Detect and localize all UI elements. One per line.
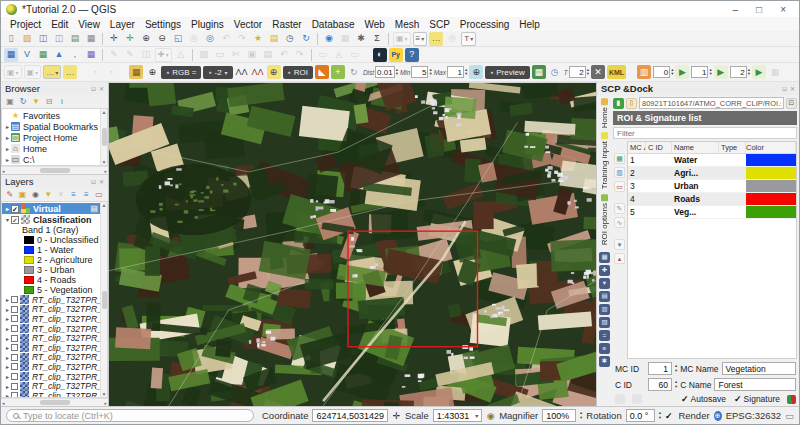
add-group-icon[interactable]: ▣ [17,189,29,201]
scp-preview-size-value[interactable]: 2 [569,66,586,78]
scp-rows-spinner[interactable]: ▴▾ [709,68,711,77]
crs-globe-icon[interactable]: ⊕ [714,411,722,421]
scp-preview-redo-icon[interactable]: ◷ [548,65,562,79]
scp-roi-pointer-icon[interactable]: + [331,65,345,79]
filter-browser-icon[interactable]: ▼ [30,96,42,108]
expand-arrow-icon[interactable]: ▸ [4,205,11,212]
layer-item-rt-clip[interactable]: ▸RT_clip_T32TPR_ [2,314,100,324]
menu-web[interactable]: Web [359,19,389,30]
expand-arrow-icon[interactable]: ▸ [4,134,11,141]
menu-database[interactable]: Database [307,19,360,30]
zoom-out-icon[interactable]: ⊖ [155,32,169,46]
scp-step-1-icon[interactable]: ▶ [675,65,689,79]
layers-hscrollbar[interactable]: ◂▸ [1,398,108,406]
layer-item-rt-clip[interactable]: ▸RT_clip_T32TPR_ [2,372,100,382]
show-bookmarks-icon[interactable]: ▤ [267,32,281,46]
browser-item-c-[interactable]: ▸▭C:\ [2,154,100,165]
expand-arrow-icon[interactable]: ▸ [4,392,11,398]
refresh-map-icon[interactable]: ↻ [299,32,313,46]
rotation-spinner[interactable]: ▴▾ [659,411,661,420]
python-console-icon[interactable]: Py [389,48,403,62]
scp-transparency[interactable]: 0▴▾ [653,66,673,78]
collapse-arrow-icon[interactable]: ▾ [4,216,11,223]
collapse-all-layers-icon[interactable]: ≡ [81,189,93,201]
menu-edit[interactable]: Edit [46,19,73,30]
settings-icon[interactable]: ✱ [599,356,610,367]
scp-classification-style-icon[interactable]: ▥ [637,65,651,79]
scp-export-icon[interactable]: ⊡ [786,98,797,109]
layer-checkbox[interactable] [11,392,18,398]
label-balloon-combo[interactable]: …▾ [43,65,61,79]
delete-signatures-icon[interactable]: ▭ [614,181,625,192]
menu-scp[interactable]: SCP [424,19,455,30]
layer-item-virtual[interactable]: ▸✓Virtual▤ [2,203,100,214]
layers-vscrollbar[interactable]: ▲▼ [100,202,107,397]
signature-row-veg[interactable]: 5Veg... [628,206,796,219]
preprocessing-icon[interactable]: ▤ [599,291,610,302]
layer-item-rt-clip[interactable]: ▸RT_clip_T32TPR_ [2,295,100,305]
layer-item-rt-clip[interactable]: ▸RT_clip_T32TPR_ [2,324,100,334]
layer-checkbox[interactable] [11,363,18,370]
scp-min-value[interactable]: 5 [411,66,428,78]
options-icon[interactable]: ✱ [354,32,368,46]
collapse-all-icon[interactable]: ⊟ [43,96,55,108]
menu-raster[interactable]: Raster [267,19,306,30]
menu-layer[interactable]: Layer [105,19,140,30]
scp-transparency-spinner[interactable]: ▴▾ [671,68,673,77]
band-processing-icon[interactable]: ▥ [599,304,610,315]
layer-item-rt-clip[interactable]: ▸RT_clip_T32TPR_ [2,333,100,343]
layers-close-icon[interactable]: ✕ [99,178,104,185]
browser-properties-icon[interactable]: i [56,96,68,108]
messages-icon[interactable]: ▭ [785,410,794,421]
expand-arrow-icon[interactable]: ▸ [4,354,11,361]
refresh-browser-icon[interactable]: ↻ [17,96,29,108]
scp-step-3-icon[interactable]: ▶ [752,65,766,79]
menu-plugins[interactable]: Plugins [186,19,229,30]
data-source-manager-icon[interactable]: ▦ [4,48,18,62]
signature-color-swatch[interactable] [746,180,796,192]
close-button[interactable]: × [780,4,786,15]
menu-project[interactable]: Project [5,19,46,30]
zoom-in-icon[interactable]: ⊕ [139,32,153,46]
scp-zoom-stretch-icon[interactable]: ⊕ [145,65,159,79]
merge-signatures-icon[interactable]: ▦ [614,153,625,164]
scp-max[interactable]: Max1▴▾ [434,66,468,78]
render-checkbox[interactable]: ✓ [665,411,673,421]
browser-hscrollbar[interactable]: ◂▸ [1,166,108,174]
postprocessing-icon[interactable]: ▨ [599,317,610,328]
add-delimited-text-layer-icon[interactable]: , [68,48,82,62]
signature-row-roads[interactable]: 4Roads [628,193,796,206]
scp-rows-value[interactable]: 1 [691,66,708,78]
scale-combo[interactable]: 1:43031▾ [433,409,483,422]
scp-new-training-icon[interactable]: ▮ [613,98,624,109]
scp-open-training-icon[interactable]: ▯ [626,98,637,109]
signature-row-agri[interactable]: 2Agri... [628,167,796,180]
column-header-c-id[interactable]: C ID [646,142,672,153]
expand-arrow-icon[interactable]: ▸ [4,344,11,351]
signature-color-swatch[interactable] [746,154,796,166]
expand-arrow-icon[interactable]: ▸ [4,373,11,380]
expand-arrow-icon[interactable]: ▸ [4,315,11,322]
browser-item-spatial-bookmarks[interactable]: ▸▤Spatial Bookmarks [2,121,100,132]
expand-arrow-icon[interactable]: ▸ [4,156,11,163]
browser-close-icon[interactable]: ✕ [99,85,104,92]
layer-checkbox[interactable] [11,344,18,351]
save-project-icon[interactable]: ◫ [36,32,50,46]
c-id-field[interactable]: 60 [648,378,672,391]
layer-item-classification[interactable]: ▾✓Classification [2,214,100,225]
signature-plot-icon[interactable]: ∿ [614,217,625,228]
expand-arrow-icon[interactable]: ▸ [4,296,11,303]
measure-combo[interactable]: ≡▾ [413,32,428,46]
magnifier-field[interactable]: 100% [542,409,576,422]
epsg-status[interactable]: EPSG:32632 [726,410,781,421]
scp-min-spinner[interactable]: ▴▾ [429,68,431,77]
scp-remove-preview-icon[interactable]: ✕ [591,65,605,79]
expand-arrow-icon[interactable]: ▸ [4,383,11,390]
scp-rows[interactable]: 1▴▾ [691,66,711,78]
scp-cols[interactable]: 2▴▾ [730,66,750,78]
scp-rgb-value[interactable]: -2▾ [203,66,232,79]
scp-close-icon[interactable]: ✕ [790,85,795,92]
expand-arrow-icon[interactable]: ▸ [4,306,11,313]
layer-item-rt-clip[interactable]: ▸RT_clip_T32TPR_ [2,305,100,315]
layer-item-rt-clip[interactable]: ▸RT_clip_T32TPR_ [2,391,100,398]
